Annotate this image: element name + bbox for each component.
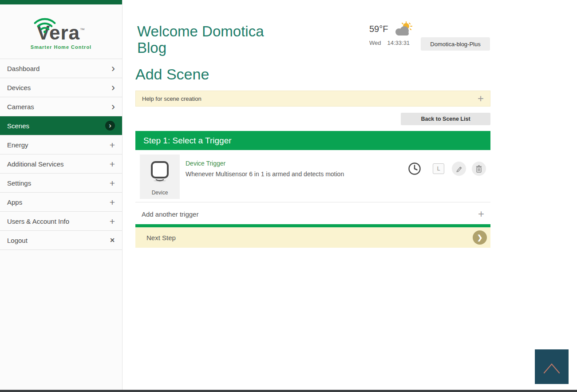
sidebar-item-dashboard[interactable]: Dashboard ›: [0, 59, 122, 78]
scroll-to-top-button[interactable]: [535, 349, 569, 384]
sidebar-item-label: Devices: [7, 84, 31, 91]
device-tile-label: Device: [140, 190, 180, 196]
sidebar-item-label: Energy: [7, 141, 28, 149]
vera-logo: Vera™ Smarter Home Control: [0, 4, 122, 59]
edit-trigger-button[interactable]: [452, 162, 466, 176]
plus-icon: +: [110, 178, 115, 188]
sidebar-menu: Dashboard › Devices › Cameras › Scenes ›…: [0, 59, 122, 250]
next-step-arrow-button[interactable]: ❯: [473, 230, 487, 245]
screen: Vera™ Smarter Home Control Dashboard › D…: [0, 0, 577, 392]
plus-icon: +: [110, 140, 115, 150]
sidebar-item-label: Additional Services: [7, 160, 64, 168]
step1-header: Step 1: Select a Trigger: [135, 131, 490, 150]
help-collapsible-bar[interactable]: Help for scene creation +: [135, 91, 490, 107]
trigger-name-link[interactable]: Device Trigger: [186, 160, 225, 167]
next-step-label: Next Step: [146, 234, 176, 242]
help-label: Help for scene creation: [142, 95, 202, 102]
close-icon: ✕: [110, 237, 115, 243]
page-title: Add Scene: [135, 66, 209, 83]
sidebar-item-label: Users & Account Info: [7, 218, 69, 225]
clock-time: 14:33:31: [387, 40, 410, 46]
plus-icon: +: [110, 159, 115, 169]
device-icon: [148, 160, 171, 183]
sidebar-item-logout[interactable]: Logout ✕: [0, 231, 122, 250]
sidebar-item-label: Settings: [7, 179, 31, 187]
wifi-arcs-icon: [25, 11, 65, 34]
sidebar-item-energy[interactable]: Energy +: [0, 135, 122, 154]
sidebar-top-strip: [0, 0, 122, 4]
trigger-description: Whenever Multisensor 6 in 1 is armed and…: [186, 170, 344, 178]
sidebar-item-label: Dashboard: [7, 65, 40, 72]
sidebar-item-devices[interactable]: Devices ›: [0, 78, 122, 97]
device-type-tile: Device: [140, 154, 180, 199]
chevron-circle-icon: ›: [105, 121, 115, 131]
sidebar-item-users-account-info[interactable]: Users & Account Info +: [0, 212, 122, 231]
sun-cloud-icon: [392, 21, 413, 36]
sidebar-item-label: Scenes: [7, 122, 29, 130]
temperature-value: 59°F: [369, 24, 388, 34]
sidebar-item-label: Apps: [7, 198, 22, 206]
trigger-card: Device Device Trigger Whenever Multisens…: [135, 150, 490, 202]
schedule-clock-icon[interactable]: [407, 162, 422, 176]
pencil-icon: [455, 165, 462, 172]
logo-tm: ™: [80, 27, 85, 32]
sidebar-item-label: Cameras: [7, 103, 34, 111]
back-to-scene-list-button[interactable]: Back to Scene List: [401, 113, 490, 125]
next-step-bar[interactable]: Next Step ❯: [135, 227, 490, 248]
sidebar-item-label: Logout: [7, 237, 28, 244]
add-trigger-plus-icon[interactable]: +: [478, 209, 484, 219]
sidebar-item-scenes[interactable]: Scenes ›: [0, 116, 122, 135]
sidebar-item-settings[interactable]: Settings +: [0, 174, 122, 193]
next-step-green-strip: [135, 224, 490, 227]
plus-icon: +: [110, 217, 115, 226]
chevron-right-icon: ›: [111, 82, 115, 93]
day-label: Wed: [369, 40, 381, 46]
bottom-bar: [0, 390, 577, 392]
trash-icon: [476, 165, 482, 173]
sidebar-item-apps[interactable]: Apps +: [0, 193, 122, 212]
chevron-right-icon: ›: [111, 101, 115, 112]
sidebar-item-cameras[interactable]: Cameras ›: [0, 97, 122, 116]
add-another-trigger-row[interactable]: Add another trigger +: [135, 204, 490, 224]
main-content: Welcome Domotica Blog 59°F Wed: [123, 0, 577, 392]
sidebar-item-additional-services[interactable]: Additional Services +: [0, 154, 122, 174]
controller-selector[interactable]: Domotica-blog-Plus: [421, 37, 490, 51]
chevron-right-icon: ›: [111, 63, 115, 74]
delete-trigger-button[interactable]: [472, 162, 486, 176]
luup-l-button[interactable]: L: [433, 163, 444, 174]
chevron-up-icon: [539, 359, 564, 375]
welcome-heading: Welcome Domotica Blog: [137, 23, 284, 56]
logo-tagline: Smarter Home Control: [0, 44, 122, 50]
sidebar: Vera™ Smarter Home Control Dashboard › D…: [0, 0, 123, 392]
add-trigger-label: Add another trigger: [142, 210, 198, 218]
plus-icon: +: [110, 198, 115, 207]
chevron-right-icon: ❯: [477, 234, 483, 242]
expand-plus-icon[interactable]: +: [478, 93, 484, 104]
